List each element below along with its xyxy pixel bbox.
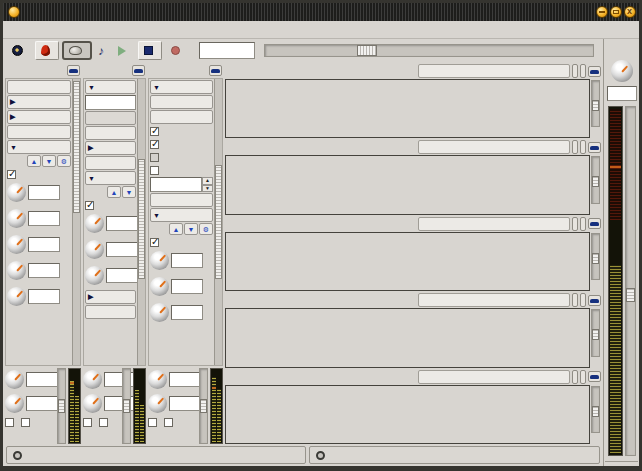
stereo-fx-header-button[interactable] [85,305,136,319]
solo-checkbox[interactable] [99,416,111,428]
status-bass[interactable] [309,446,600,464]
stereo-fx-header-button[interactable] [7,125,71,139]
minimize-window-button[interactable] [596,6,608,18]
loaded-file-button[interactable] [418,370,570,384]
surface-warping-value[interactable] [28,237,60,252]
minimize-deck-icon[interactable] [588,371,601,382]
pitch-knob[interactable] [5,370,24,389]
loaded-file-button[interactable] [418,64,570,78]
panel-scrollbar[interactable] [72,79,80,365]
master-pitch-knob[interactable] [611,60,633,82]
stop-trigger-button[interactable] [150,110,213,124]
wear-knob[interactable] [7,287,26,306]
waveform-display[interactable] [225,308,590,367]
fx-move-up-button[interactable]: ▲ [107,186,121,198]
pan-knob[interactable] [5,394,24,413]
pitch-value[interactable] [169,372,201,387]
master-pitch-value[interactable] [607,86,637,101]
mute-checkbox[interactable] [148,416,160,428]
midi-mapping-button[interactable] [580,64,586,78]
resonance-value[interactable] [106,268,137,283]
midi-mapping-button[interactable] [580,140,586,154]
vynil-expander[interactable]: ▼ [7,140,71,154]
minimize-panel-icon[interactable] [132,65,145,76]
deck-zoom-slider[interactable] [591,386,600,433]
lfo-depth-knob[interactable] [150,303,169,322]
rpm-knob[interactable] [7,209,26,228]
deck-zoom-slider[interactable] [591,156,600,203]
pitch-value[interactable] [104,372,136,387]
echo-expander[interactable]: ▶ [85,290,136,304]
deck-volume-slider[interactable] [57,368,66,444]
year-value[interactable] [28,185,60,200]
playback-expander[interactable]: ▼ [150,80,213,94]
client-checkbox[interactable] [150,164,213,176]
lfo-period-value[interactable] [171,279,203,294]
crackle-value[interactable] [28,263,60,278]
pan-knob[interactable] [148,394,167,413]
loop-count-spinner[interactable]: ▲▼ [150,177,213,192]
mouse-mapping-button[interactable] [572,293,578,307]
fx-move-down-button[interactable]: ▼ [122,186,136,198]
waveform-display[interactable] [225,79,590,138]
mute-checkbox[interactable] [83,416,95,428]
fx-move-down-button[interactable]: ▼ [184,223,198,235]
pan-value[interactable] [26,396,58,411]
deck-zoom-slider[interactable] [591,233,600,280]
fx-move-up-button[interactable]: ▲ [27,155,41,167]
wear-value[interactable] [28,289,60,304]
spin-down-icon[interactable]: ▼ [202,185,213,193]
pitch-knob[interactable] [83,370,102,389]
window-menu-button[interactable] [8,6,20,18]
minimize-deck-icon[interactable] [588,142,601,153]
solo-checkbox[interactable] [164,416,176,428]
lfo-depth-value[interactable] [171,305,203,320]
record-button[interactable] [165,41,189,60]
deck-zoom-slider[interactable] [591,80,600,127]
surface-warping-knob[interactable] [7,235,26,254]
minimize-panel-icon[interactable] [209,65,222,76]
input-gain-value[interactable] [106,216,137,231]
echo-expander[interactable]: ▶ [7,110,71,124]
enable-checkbox[interactable] [85,199,136,211]
turntable-name-entry[interactable] [85,95,136,110]
waveform-display[interactable] [225,232,590,291]
main-expander[interactable]: ▼ [85,80,136,94]
loop-checkbox[interactable] [150,138,213,150]
playback-expander[interactable]: ▶ [85,141,136,155]
waveform-display[interactable] [225,155,590,214]
position-entry[interactable] [199,42,255,59]
panel-scrollbar[interactable] [214,79,222,365]
mouse-mapping-button[interactable] [572,64,578,78]
fx-move-down-button[interactable]: ▼ [42,155,56,167]
midi-mapping-button[interactable] [580,217,586,231]
fx-move-up-button[interactable]: ▲ [169,223,183,235]
position-slider[interactable] [264,44,594,57]
crackle-knob[interactable] [7,261,26,280]
pitch-adjust-button[interactable] [85,126,136,140]
deck-zoom-slider[interactable] [591,309,600,356]
fx-header-button[interactable] [85,156,136,170]
minimize-deck-icon[interactable] [588,218,601,229]
resonance-knob[interactable] [85,266,104,285]
deck-volume-slider[interactable] [122,368,131,444]
year-knob[interactable] [7,183,26,202]
auto-checkbox[interactable] [150,125,213,137]
loaded-file-button[interactable] [418,217,570,231]
master-checkbox[interactable] [150,151,213,163]
enable-checkbox[interactable] [150,236,213,248]
minimize-deck-icon[interactable] [588,66,601,77]
solo-checkbox[interactable] [21,416,33,428]
pan-value[interactable] [169,396,201,411]
fx-settings-gear-icon[interactable]: ⚙ [199,223,213,235]
lowpass-expander[interactable]: ▶ [7,95,71,109]
mouse-mapping-button[interactable] [572,370,578,384]
mouse-grab-button[interactable] [62,41,92,60]
input-gain-knob[interactable] [85,214,104,233]
deck-volume-slider[interactable] [199,368,208,444]
pan-knob[interactable] [83,394,102,413]
mouse-mapping-button[interactable] [572,140,578,154]
lfo-sync-knob[interactable] [150,251,169,270]
maximize-window-button[interactable] [610,6,622,18]
status-horn[interactable] [6,446,306,464]
